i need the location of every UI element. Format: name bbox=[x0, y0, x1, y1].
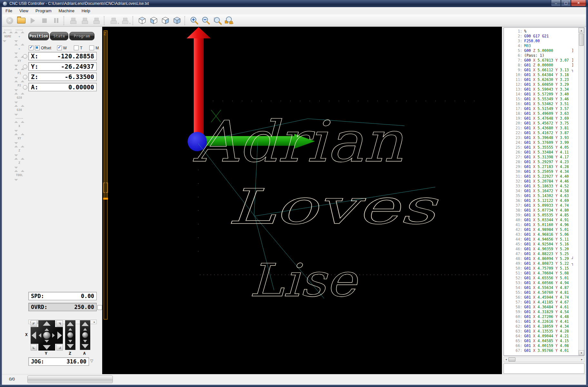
gcode-line[interactable]: 24:G01 X 5.37609 Y 3.99 bbox=[504, 140, 578, 145]
gcode-line[interactable]: 55:G01 X 4.50760 Y 4.81 bbox=[504, 290, 578, 295]
gcode-line[interactable]: 44:G01 X 4.94656 Y 5.11 bbox=[504, 237, 578, 242]
gcode-vertical-scrollbar[interactable]: ▲ ▼ bbox=[578, 28, 584, 355]
jog-y-plus-step-arrow[interactable] bbox=[44, 328, 49, 331]
gcode-line[interactable]: 19:G01 X 5.47648 Y 3.69 bbox=[504, 116, 578, 121]
pause-button[interactable] bbox=[50, 15, 62, 26]
gcode-line[interactable]: 65:G01 X 4.04585 Y 4.15 bbox=[504, 339, 578, 343]
jog-a-knob[interactable] bbox=[82, 332, 88, 338]
menu-item-machine[interactable]: Machine bbox=[55, 7, 78, 14]
gcode-line[interactable]: 63:G01 X 4.13535 Y 4.28 bbox=[504, 329, 578, 334]
gcode-line[interactable]: 56:G01 X 4.45944 Y 4.74 bbox=[504, 295, 578, 300]
gcode-line[interactable]: 38:G01 X 5.07734 Y 4.80 bbox=[504, 208, 578, 213]
tab-program[interactable]: Program bbox=[69, 32, 94, 40]
axis-select-radio-x[interactable] bbox=[23, 54, 27, 59]
gcode-line[interactable]: 18:G01 X 5.49609 Y 3.63 bbox=[504, 111, 578, 116]
toolbar-grip[interactable] bbox=[4, 30, 11, 30]
jog-x-minus-arrow[interactable] bbox=[32, 332, 36, 339]
gcode-line[interactable]: 36:G01 X 5.12122 Y 4.69 bbox=[504, 198, 578, 203]
gcode-line[interactable]: 28:G01 X 5.29297 Y 4.23 bbox=[504, 160, 578, 164]
gcode-line[interactable]: 8:G01 Z 0.00000] bbox=[504, 63, 578, 68]
tab-position[interactable]: Position bbox=[28, 32, 49, 40]
goto-g28-button[interactable]: G28 bbox=[15, 93, 24, 103]
gcode-line[interactable]: 12:G01 X 5.60850 Y 3.29 bbox=[504, 82, 578, 87]
abort-button[interactable]: ✕ bbox=[4, 15, 15, 26]
goto-tool-button[interactable]: TOOL bbox=[15, 170, 24, 181]
machine-home-button[interactable] bbox=[67, 15, 79, 26]
goto-xy-button[interactable]: XY bbox=[15, 56, 24, 66]
gcode-line[interactable]: 52:G01 X 4.65556 Y 5.01 bbox=[504, 276, 578, 281]
gcode-line[interactable]: 58:G01 X 4.36484 Y 4.61 bbox=[504, 305, 578, 310]
jog-diagonal-down-left[interactable]: ◣ bbox=[31, 344, 37, 351]
jog-x-minus-step-arrow[interactable] bbox=[39, 333, 41, 338]
title-bar[interactable]: CNC USB Controller - C:\Users\AdrianLeno… bbox=[0, 0, 588, 7]
zoom-fit-button[interactable] bbox=[211, 15, 223, 26]
scrollbar-thumb[interactable] bbox=[579, 34, 584, 46]
gcode-line[interactable]: 16:G01 X 5.53462 Y 3.51 bbox=[504, 102, 578, 106]
axis-select-radio-a[interactable] bbox=[23, 85, 27, 90]
gcode-line[interactable]: 45:G01 X 4.92504 Y 5.16 bbox=[504, 242, 578, 247]
goto-+-button[interactable]: + bbox=[15, 44, 24, 54]
gcode-line[interactable]: 37:G01 X 5.09933 Y 4.74 bbox=[504, 203, 578, 208]
slider-right-icon[interactable]: ► bbox=[93, 320, 96, 324]
jog-a-minus-arrow[interactable] bbox=[82, 344, 89, 348]
start-button[interactable] bbox=[27, 15, 39, 26]
open-file-button[interactable] bbox=[15, 15, 27, 26]
gcode-line[interactable]: 34:G01 X 5.16472 Y 4.58 bbox=[504, 189, 578, 194]
gcode-line[interactable]: 22:G01 X 5.41672 Y 3.87 bbox=[504, 131, 578, 135]
goto-+-button[interactable]: + bbox=[15, 32, 24, 42]
gcode-line[interactable]: 6:(Pass: 1) bbox=[504, 53, 578, 58]
close-button[interactable]: ✕ bbox=[571, 0, 586, 6]
gcode-line[interactable]: 54:G01 X 4.55634 Y 4.87 bbox=[504, 285, 578, 290]
gcode-line[interactable]: 3:F250.00 bbox=[504, 39, 578, 44]
machine-edit-button[interactable] bbox=[79, 15, 91, 26]
zoom-out-button[interactable] bbox=[200, 15, 211, 26]
minimize-button[interactable]: – bbox=[551, 0, 561, 6]
jog-x-plus-step-arrow[interactable] bbox=[52, 333, 55, 338]
gcode-line[interactable]: 51:G01 X 4.70604 Y 5.08 bbox=[504, 271, 578, 276]
offset-enable-checkbox[interactable] bbox=[29, 45, 34, 50]
tab-state[interactable]: State bbox=[50, 32, 68, 40]
gcode-line[interactable]: 23:G01 X 5.39648 Y 3.93 bbox=[504, 135, 578, 140]
gcode-line[interactable]: 4:M03 bbox=[504, 44, 578, 48]
jog-y-minus-step-arrow[interactable] bbox=[44, 340, 49, 342]
gcode-line[interactable]: 42:G01 X 4.98984 Y 5.01 bbox=[504, 227, 578, 232]
jog-x-plus-arrow[interactable] bbox=[57, 332, 62, 339]
gcode-line[interactable]: 17:G01 X 5.51549 Y 3.57 bbox=[504, 106, 578, 111]
jog-diagonal-up-right[interactable]: ◥ bbox=[56, 320, 63, 327]
gcode-line[interactable]: 62:G01 X 4.18059 Y 4.34 bbox=[504, 324, 578, 329]
gcode-line[interactable]: 14:G01 X 5.57209 Y 3.40 bbox=[504, 92, 578, 97]
gcode-list[interactable]: 1:%2:G90 G17 G213:F250.004:M035:G00 Z 5.… bbox=[504, 29, 578, 354]
gcode-line[interactable]: 15:G01 X 5.55349 Y 3.46 bbox=[504, 97, 578, 102]
simulate-button[interactable]: ▾ bbox=[119, 15, 131, 26]
view-front-button[interactable] bbox=[148, 15, 160, 26]
gcode-line[interactable]: 61:G01 X 4.22616 Y 4.41 bbox=[504, 319, 578, 324]
gcode-line[interactable]: 48:G01 X 4.86094 Y 5.29┘ bbox=[504, 256, 578, 261]
jog-center-knob[interactable] bbox=[43, 332, 50, 339]
scroll-down-button[interactable]: ▼ bbox=[579, 350, 584, 355]
goto-z-button[interactable]: Z bbox=[15, 158, 24, 168]
gcode-line[interactable]: 35:G01 X 5.14302 Y 4.63 bbox=[504, 194, 578, 198]
axis-select-radio-y[interactable] bbox=[23, 64, 27, 69]
toolpath-canvas[interactable]: Adrian Loves Lise Z bbox=[102, 27, 502, 374]
jog-pad-xy[interactable]: ◤ ◥ ◣ ◢ bbox=[31, 320, 63, 351]
gcode-line[interactable]: 60:G01 X 4.27206 Y 4.48 bbox=[504, 314, 578, 319]
flag-m-checkbox[interactable] bbox=[89, 45, 94, 50]
jog-z-plus-arrow[interactable] bbox=[67, 322, 74, 326]
gcode-line[interactable]: 1:% bbox=[504, 29, 578, 34]
jog-pad-a[interactable] bbox=[80, 320, 90, 350]
gcode-line[interactable]: 31:G01 X 5.22927 Y 4.40 bbox=[504, 174, 578, 179]
view-side-button[interactable] bbox=[160, 15, 171, 26]
gcode-line[interactable]: 27:G01 X 5.31398 Y 4.17 bbox=[504, 155, 578, 160]
axis-select-radio-z[interactable] bbox=[23, 75, 27, 79]
gcode-line[interactable]: 7:G00 X 5.67813 Y 3.07] bbox=[504, 58, 578, 63]
flag-w-checkbox[interactable] bbox=[57, 45, 62, 50]
gcode-line[interactable]: 41:G01 X 5.01160 Y 4.96 bbox=[504, 223, 578, 227]
menu-item-help[interactable]: Help bbox=[78, 7, 94, 14]
gcode-line[interactable]: 25:G01 X 5.35555 Y 4.05 bbox=[504, 145, 578, 150]
gcode-line[interactable]: 57:G01 X 4.41185 Y 4.67 bbox=[504, 300, 578, 305]
home-button[interactable]: HOME bbox=[3, 32, 13, 42]
gcode-line[interactable]: 10:G01 X 5.64384 Y 3.18 bbox=[504, 73, 578, 77]
jog-z-minus-step-arrow[interactable] bbox=[68, 340, 72, 342]
jog-dropdown-button[interactable]: ▽ bbox=[90, 359, 93, 363]
jog-a-minus-step-arrow[interactable] bbox=[83, 340, 87, 342]
